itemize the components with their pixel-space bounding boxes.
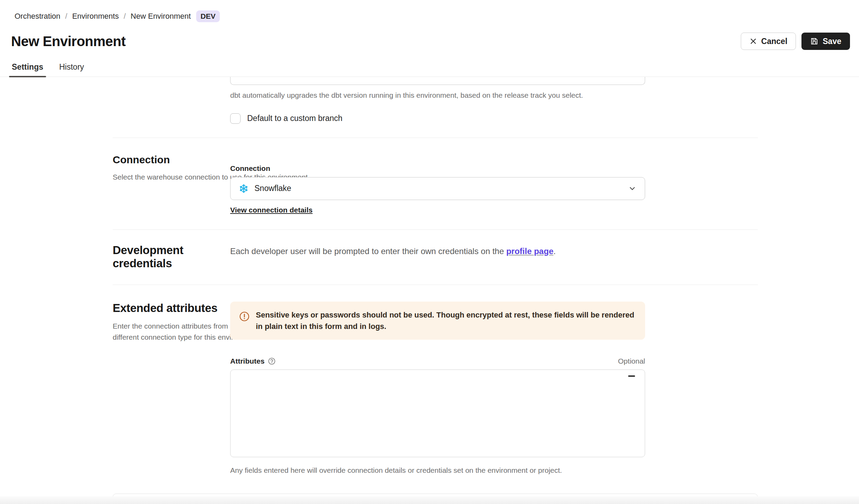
breadcrumb: Orchestration / Environments / New Envir… — [0, 0, 859, 22]
connection-select[interactable]: Snowflake — [230, 177, 645, 200]
chevron-down-icon — [628, 184, 636, 193]
page-title: New Environment — [11, 34, 125, 49]
release-track-help-text: dbt automatically upgrades the dbt versi… — [230, 90, 645, 101]
warning-icon — [239, 311, 250, 322]
credentials-section: Development credentials Each developer u… — [0, 230, 859, 270]
connection-section: Connection Select the warehouse connecti… — [0, 138, 859, 229]
profile-page-link[interactable]: profile page — [506, 246, 553, 256]
dev-badge: DEV — [196, 10, 219, 22]
breadcrumb-separator: / — [65, 12, 67, 21]
attributes-textarea[interactable] — [230, 370, 645, 457]
help-icon[interactable] — [268, 357, 276, 365]
close-icon — [749, 37, 757, 45]
breadcrumb-orchestration[interactable]: Orchestration — [15, 12, 60, 21]
attributes-header: Attributes Optional — [230, 357, 645, 365]
title-row: New Environment Cancel Save — [0, 22, 859, 50]
page-footer-band — [0, 496, 859, 504]
custom-branch-checkbox[interactable] — [230, 113, 241, 124]
release-track-section: dbt automatically upgrades the dbt versi… — [0, 77, 859, 138]
extended-attributes-section: Extended attributes Enter the connection… — [0, 285, 859, 476]
breadcrumb-environments[interactable]: Environments — [72, 12, 119, 21]
tab-bar: Settings History — [0, 59, 859, 77]
save-disk-icon — [810, 37, 818, 45]
tab-settings[interactable]: Settings — [11, 59, 44, 77]
attributes-help-text: Any fields entered here will override co… — [230, 465, 645, 476]
collapse-icon[interactable] — [628, 375, 635, 377]
custom-branch-label: Default to a custom branch — [247, 114, 342, 123]
connection-selected-value: Snowflake — [254, 184, 291, 193]
snowflake-icon — [239, 184, 249, 193]
attributes-label: Attributes — [230, 357, 264, 365]
release-track-select-partial[interactable] — [230, 77, 645, 85]
warning-text: Sensitive keys or passwords should not b… — [256, 309, 636, 332]
cancel-button[interactable]: Cancel — [741, 33, 796, 50]
breadcrumb-separator: / — [124, 12, 126, 21]
header-actions: Cancel Save — [741, 33, 850, 50]
save-button[interactable]: Save — [801, 33, 850, 50]
custom-branch-row: Default to a custom branch — [230, 113, 645, 124]
save-button-label: Save — [823, 37, 841, 46]
cancel-button-label: Cancel — [761, 37, 787, 46]
sensitive-keys-warning-banner: Sensitive keys or passwords should not b… — [230, 302, 645, 340]
view-connection-details-link[interactable]: View connection details — [230, 206, 313, 214]
connection-field-label: Connection — [230, 164, 645, 173]
credentials-section-title: Development credentials — [113, 244, 230, 270]
tab-history[interactable]: History — [59, 59, 85, 77]
credentials-text: Each developer user will be prompted to … — [230, 244, 645, 256]
environment-settings-page: Orchestration / Environments / New Envir… — [0, 0, 859, 504]
breadcrumb-new-environment[interactable]: New Environment — [131, 12, 191, 21]
optional-label: Optional — [618, 357, 645, 365]
